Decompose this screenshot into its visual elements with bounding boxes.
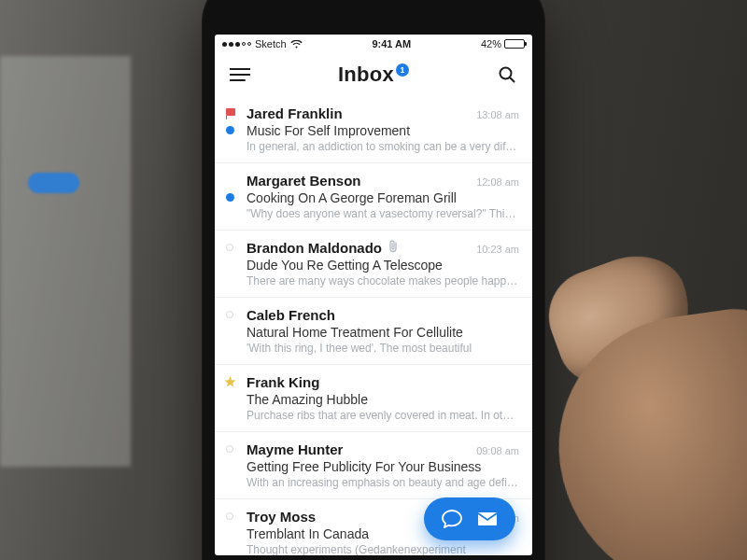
- search-button[interactable]: [495, 63, 519, 87]
- battery-indicator: 42%: [481, 38, 525, 49]
- chat-icon: [442, 510, 462, 528]
- message-preview: Purchase ribs that are evenly covered in…: [247, 409, 519, 422]
- message-sender: Brandon Maldonado: [247, 240, 399, 256]
- signal-dots-icon: [222, 42, 251, 47]
- read-indicator-icon: [226, 445, 233, 453]
- message-subject: Cooking On A George Foreman Grill: [247, 190, 519, 205]
- message-subject: The Amazing Hubble: [247, 392, 519, 407]
- battery-percent: 42%: [481, 38, 501, 49]
- message-row[interactable]: Frank KingThe Amazing HubblePurchase rib…: [215, 365, 532, 432]
- photo-background: Sketch 9:41 AM 42%: [0, 0, 747, 560]
- message-preview: Thought experiments (Gedankenexperiment: [247, 543, 519, 555]
- message-row[interactable]: Caleb FrenchNatural Home Treatment For C…: [215, 298, 532, 365]
- status-time: 9:41 AM: [372, 38, 411, 49]
- menu-button[interactable]: [228, 63, 252, 87]
- message-preview: With an increasing emphasis on beauty an…: [247, 476, 519, 489]
- unread-badge: 1: [396, 63, 409, 77]
- message-preview: "Why does anyone want a vasectomy revers…: [247, 207, 519, 220]
- read-indicator-icon: [226, 512, 233, 520]
- message-sender: Troy Moss: [247, 509, 316, 525]
- hamburger-icon: [230, 68, 250, 81]
- message-sender: Frank King: [247, 374, 319, 390]
- read-indicator-icon: [226, 244, 233, 251]
- mail-icon: [477, 511, 498, 526]
- flag-icon: [226, 108, 235, 116]
- compose-fab[interactable]: [424, 497, 515, 540]
- message-preview: 'With this ring, I thee wed'. The most b…: [247, 342, 519, 355]
- battery-icon: [504, 39, 525, 49]
- background-pill: [28, 173, 79, 193]
- wifi-icon: [290, 40, 303, 49]
- attachment-icon: [388, 240, 399, 256]
- unread-dot-icon: [226, 193, 234, 202]
- message-sender: Mayme Hunter: [247, 441, 343, 457]
- message-preview: There are many ways chocolate makes peop…: [247, 274, 519, 287]
- read-indicator-icon: [226, 311, 233, 318]
- message-preview: In general, an addiction to smoking can …: [247, 140, 519, 153]
- unread-dot-icon: [226, 126, 234, 134]
- message-list[interactable]: Jared Franklin13:08 amMusic For Self Imp…: [215, 96, 532, 555]
- svg-point-0: [500, 68, 511, 79]
- message-sender: Jared Franklin: [247, 105, 343, 121]
- message-time: 12:08 am: [476, 176, 519, 188]
- page-title: Inbox: [338, 63, 394, 87]
- message-row[interactable]: Mayme Hunter09:08 amGetting Free Publici…: [215, 432, 532, 499]
- search-icon: [498, 65, 516, 84]
- phone-screen: Sketch 9:41 AM 42%: [215, 35, 532, 555]
- app-header: Inbox 1: [215, 53, 532, 96]
- message-sender: Margaret Benson: [247, 173, 361, 189]
- message-time: 10:23 am: [476, 244, 519, 255]
- message-subject: Getting Free Publicity For Your Business: [247, 459, 519, 474]
- message-subject: Natural Home Treatment For Cellulite: [247, 325, 519, 340]
- carrier-label: Sketch: [255, 38, 287, 49]
- message-sender: Caleb French: [247, 307, 335, 323]
- phone-frame: Sketch 9:41 AM 42%: [202, 0, 545, 560]
- star-icon: [226, 378, 234, 386]
- message-subject: Music For Self Improvement: [247, 123, 519, 138]
- message-row[interactable]: Brandon Maldonado 10:23 amDude You Re Ge…: [215, 231, 532, 298]
- message-time: 13:08 am: [476, 109, 519, 120]
- message-time: 09:08 am: [476, 445, 519, 456]
- message-row[interactable]: Margaret Benson12:08 amCooking On A Geor…: [215, 163, 532, 231]
- message-row[interactable]: Jared Franklin13:08 amMusic For Self Imp…: [215, 96, 532, 163]
- background-monitor: [0, 56, 131, 467]
- status-bar: Sketch 9:41 AM 42%: [215, 35, 532, 53]
- header-title-wrap: Inbox 1: [338, 63, 409, 87]
- message-subject: Dude You Re Getting A Telescope: [247, 258, 519, 273]
